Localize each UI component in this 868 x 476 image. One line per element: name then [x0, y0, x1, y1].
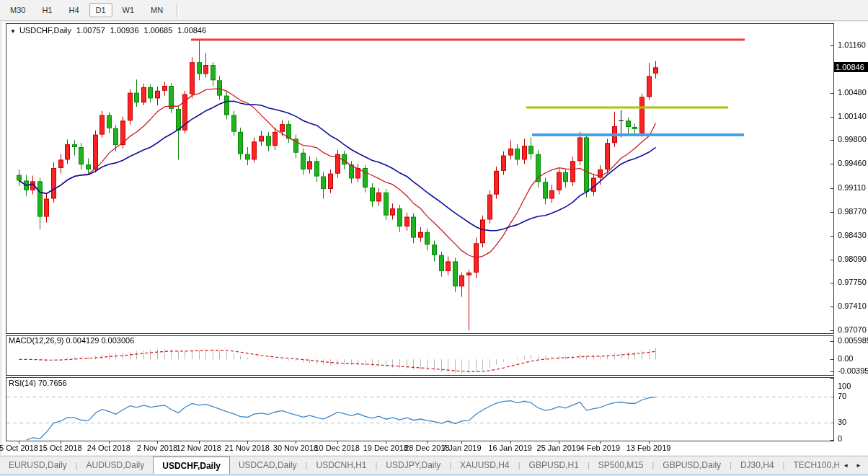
tab-usdcad-daily[interactable]: USDCAD,Daily [230, 457, 306, 474]
timeframe-button-H4[interactable]: H4 [62, 3, 85, 17]
tab-usdchf-daily[interactable]: USDCHF,Daily [153, 457, 230, 474]
tab-tech100-h1[interactable]: TECH100,H1 [784, 457, 839, 474]
tab-usdcnh-h1[interactable]: USDCNH,H1 [307, 457, 375, 474]
tab-eurusd-daily[interactable]: EURUSD,Daily [0, 457, 76, 474]
trading-app-window: M30H1H4D1W1MN ▼USDCHF,Daily1.007571.0093… [0, 0, 868, 476]
timeframe-button-D1[interactable]: D1 [89, 3, 112, 17]
timeframe-toolbar: M30H1H4D1W1MN [0, 0, 868, 21]
symbol-tab-bar: EURUSD,Daily|AUDUSD,DailyUSDCHF,DailyUSD… [0, 456, 868, 474]
timeframe-button-MN[interactable]: MN [144, 3, 169, 17]
timeframe-button-H1[interactable]: H1 [35, 3, 58, 17]
tab-gbpusd-h1[interactable]: GBPUSD,H1 [521, 457, 588, 474]
timeframe-button-W1[interactable]: W1 [116, 3, 141, 17]
symbol-tabs: EURUSD,Daily|AUDUSD,DailyUSDCHF,DailyUSD… [0, 457, 839, 474]
tab-scroll-arrows: ◄ ► [839, 457, 868, 474]
tab-xauusd-h4[interactable]: XAUUSD,H4 [451, 457, 518, 474]
tab-dj30-h4[interactable]: DJ30,H4 [732, 457, 783, 474]
toolbar-separator [177, 3, 179, 17]
tab-scroll-right-icon[interactable]: ► [852, 460, 865, 471]
tab-sp500-m15[interactable]: SP500,M15 [590, 457, 652, 474]
tab-scroll-left-icon[interactable]: ◄ [839, 460, 852, 471]
tab-gbpusd-daily[interactable]: GBPUSD,Daily [654, 457, 730, 474]
tab-audusd-daily[interactable]: AUDUSD,Daily [78, 457, 154, 474]
timeframe-button-M30[interactable]: M30 [4, 3, 32, 17]
price-chart-canvas[interactable] [0, 0, 868, 476]
tab-usdjpy-daily[interactable]: USDJPY,Daily [377, 457, 449, 474]
